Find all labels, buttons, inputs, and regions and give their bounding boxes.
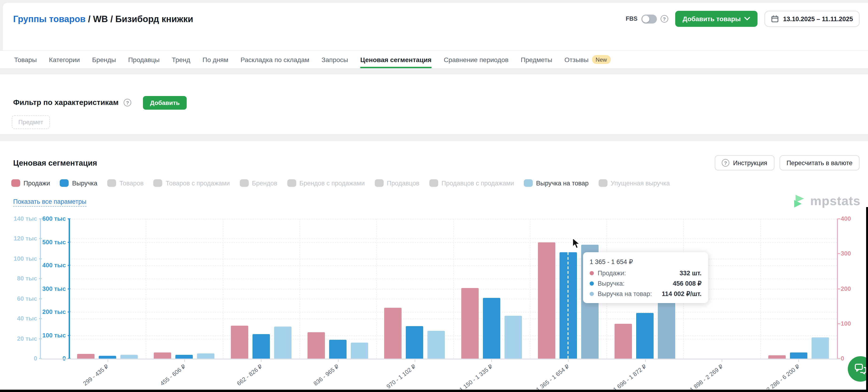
bar-выручка-на-товар-1[interactable] (120, 355, 138, 359)
per-item-axis-tick-label: 20 тыс (4, 335, 37, 342)
bar-выручка-на-товар-6[interactable] (504, 316, 522, 359)
gridline-v (300, 219, 300, 359)
tooltip-series-dot (590, 291, 594, 296)
revenue-axis-axis-line (69, 219, 70, 359)
chart-tooltip: 1 365 - 1 654 ₽ Продажи:332 шт.Выручка:4… (583, 252, 708, 303)
revenue-axis-tick-label: 600 тыс (33, 215, 66, 222)
revenue-axis-tick-label: 100 тыс (33, 332, 66, 339)
tooltip-row-2: Выручка:456 008 ₽ (590, 280, 702, 287)
mouse-cursor (572, 237, 582, 250)
chat-bubbles-icon (855, 363, 867, 374)
tooltip-series-value: 456 008 ₽ (673, 280, 702, 287)
tooltip-series-label: Продажи: (598, 270, 626, 277)
tooltip-series-dot (590, 271, 594, 275)
gridline-v (530, 219, 530, 359)
bar-выручка-6[interactable] (483, 298, 500, 359)
sales-axis-tick-label: 200 (841, 285, 851, 292)
sales-axis-axis-line (837, 219, 838, 359)
gridline-v (453, 219, 454, 359)
per-item-axis-tick-label: 120 тыс (4, 235, 37, 242)
bar-выручка-5[interactable] (406, 326, 424, 359)
sales-axis-tick-label: 300 (841, 250, 851, 257)
x-axis-tick (568, 360, 569, 362)
tooltip-series-value: 332 шт. (680, 270, 702, 277)
bar-продажи-6[interactable] (461, 288, 478, 359)
x-axis-label-8: 1 696 - 1 872 ₽ (612, 363, 648, 392)
x-axis-label-7: 1 365 - 1 654 ₽ (535, 363, 571, 392)
tooltip-series-label: Выручка на товар: (598, 290, 652, 297)
tooltip-row-3: Выручка на товар:114 002 ₽/шт. (590, 290, 702, 298)
per-item-axis-tick-label: 100 тыс (4, 255, 37, 262)
revenue-axis-tick-label: 400 тыс (33, 262, 66, 269)
bar-продажи-7[interactable] (538, 243, 555, 359)
screen-edge-bottom (0, 390, 868, 392)
revenue-axis-tick-label: 0 (33, 355, 66, 362)
x-axis-tick (184, 360, 185, 362)
gridline-v (760, 219, 761, 359)
per-item-axis-tick-label: 60 тыс (4, 295, 37, 302)
page: Группы товаров / WB / Бизиборд книжки FB… (0, 0, 868, 392)
screen-edge-right (866, 207, 868, 392)
bar-продажи-4[interactable] (308, 332, 325, 359)
x-axis-label-2: 455 - 606 ₽ (159, 363, 187, 387)
screen: Группы товаров / WB / Бизиборд книжки FB… (0, 0, 868, 392)
x-axis-tick (645, 360, 646, 362)
bar-продажи-2[interactable] (154, 352, 172, 359)
bar-выручка-1[interactable] (99, 356, 116, 359)
bar-выручка-на-товар-5[interactable] (428, 331, 445, 359)
x-axis-label-4: 836 - 965 ₽ (312, 363, 340, 387)
price-segmentation-chart: 1 365 - 1 654 ₽ Продажи:332 шт.Выручка:4… (0, 0, 868, 392)
per-item-axis-tick-label: 40 тыс (4, 315, 37, 322)
bar-выручка-на-товар-8[interactable] (658, 301, 676, 359)
bar-выручка-2[interactable] (176, 355, 193, 359)
revenue-axis-tick-label: 500 тыс (33, 239, 66, 245)
bar-выручка-10[interactable] (790, 353, 807, 359)
bar-продажи-3[interactable] (231, 326, 248, 359)
sales-axis-tick-label: 100 (841, 320, 851, 327)
tooltip-series-label: Выручка: (598, 280, 625, 287)
x-axis-tick (415, 360, 415, 362)
per-item-axis-tick-label: 0 (4, 355, 37, 362)
x-axis-label-6: 1 150 - 1 335 ₽ (458, 363, 494, 392)
per-item-axis-tick-label: 140 тыс (4, 215, 37, 222)
bar-выручка-3[interactable] (252, 334, 270, 359)
bar-выручка-4[interactable] (329, 340, 346, 359)
x-axis-tick (799, 360, 799, 362)
tooltip-row-1: Продажи:332 шт. (590, 270, 702, 277)
sales-axis-tick-label: 400 (841, 215, 851, 222)
gridline-v (376, 219, 377, 359)
x-axis-tick (338, 360, 338, 362)
tooltip-series-value: 114 002 ₽/шт. (662, 290, 702, 298)
revenue-axis-tick-label: 300 тыс (33, 285, 66, 292)
sales-axis-tick-label: 0 (841, 355, 844, 362)
bar-выручка-8[interactable] (637, 313, 654, 359)
tooltip-title: 1 365 - 1 654 ₽ (590, 258, 702, 265)
bar-продажи-5[interactable] (384, 308, 402, 359)
x-axis-tick (107, 360, 108, 362)
x-axis-label-3: 662 - 826 ₽ (235, 363, 264, 387)
bar-продажи-8[interactable] (615, 324, 632, 359)
bar-выручка-на-товар-2[interactable] (197, 354, 215, 359)
x-axis-label-10: 2 286 - 6 200 ₽ (765, 363, 801, 392)
x-axis-label-9: 1 898 - 2 269 ₽ (688, 363, 724, 392)
x-axis-tick (261, 360, 262, 362)
bar-продажи-1[interactable] (77, 354, 94, 359)
x-axis-tick (491, 360, 492, 362)
gridline-v (146, 219, 147, 359)
x-axis-tick (722, 360, 722, 362)
tooltip-series-dot (590, 281, 594, 285)
bar-продажи-10[interactable] (768, 356, 786, 359)
hover-dashed-line (568, 252, 569, 359)
x-axis-line (40, 359, 840, 360)
x-axis-label-1: 299 - 435 ₽ (82, 363, 110, 387)
bar-выручка-на-товар-10[interactable] (812, 338, 829, 359)
gridline-v (223, 219, 223, 359)
per-item-axis-tick-label: 80 тыс (4, 275, 37, 282)
bar-выручка-на-товар-4[interactable] (351, 343, 368, 359)
bar-выручка-на-товар-3[interactable] (274, 327, 291, 359)
revenue-axis-tick-label: 200 тыс (33, 308, 66, 315)
x-axis-label-5: 970 - 1 102 ₽ (385, 363, 417, 390)
